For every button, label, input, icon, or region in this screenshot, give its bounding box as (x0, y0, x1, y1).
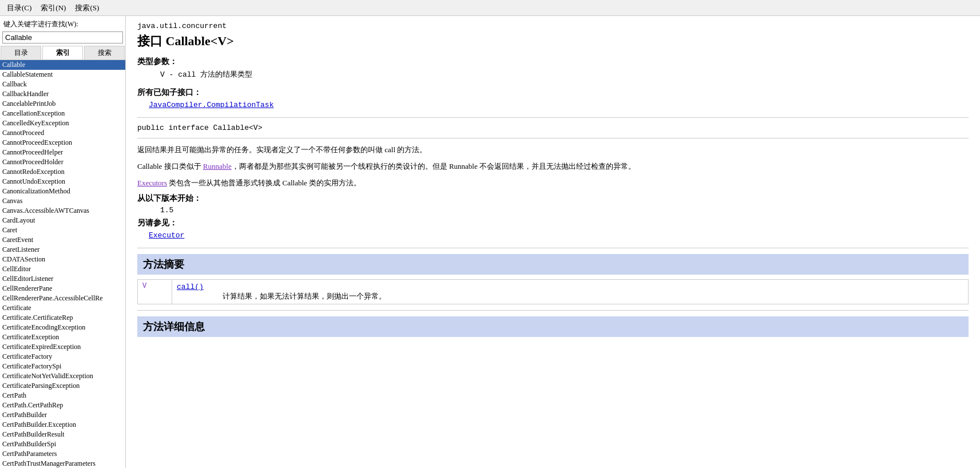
list-item[interactable]: CertificateNotYetValidException (0, 371, 125, 381)
type-params-label: 类型参数： (137, 57, 969, 67)
list-item[interactable]: CertPathBuilderSpi (0, 439, 125, 449)
list-item[interactable]: CertificateFactorySpi (0, 362, 125, 371)
method-detail-heading: 方法详细信息 (137, 316, 969, 337)
menu-index[interactable]: 索引(N) (36, 2, 70, 14)
list-item[interactable]: CertPathBuilder.Exception (0, 420, 125, 430)
menu-bar: 目录(C) 索引(N) 搜索(S) (0, 0, 980, 16)
desc2-suffix: ，两者都是为那些其实例可能被另一个线程执行的类设计的。但是 Runnable 不… (232, 162, 636, 170)
subinterfaces-label: 所有已知子接口： (137, 88, 969, 98)
list-item[interactable]: CancelledKeyException (0, 118, 125, 128)
method-sig-link[interactable]: call() (177, 283, 204, 291)
list-item[interactable]: CertPathTrustManagerParameters (0, 459, 125, 468)
since-label: 从以下版本开始： (137, 193, 969, 204)
list-item[interactable]: CannotProceedException (0, 138, 125, 148)
tab-search[interactable]: 搜索 (84, 46, 125, 60)
runnable-link[interactable]: Runnable (203, 162, 232, 170)
method-desc: 计算结果，如果无法计算结果，则抛出一个异常。 (223, 292, 386, 300)
subinterfaces-section: 所有已知子接口： JavaCompiler.CompilationTask (137, 88, 969, 109)
type-params-section: 类型参数： V - call 方法的结果类型 (137, 57, 969, 80)
list-item[interactable]: CellRendererPane.AccessibleCellRe (0, 294, 125, 303)
list-item[interactable]: CaretEvent (0, 235, 125, 245)
list-item[interactable]: CannotUndoException (0, 177, 125, 187)
sidebar-search-input[interactable] (2, 31, 123, 43)
method-summary-heading: 方法摘要 (137, 254, 969, 275)
sidebar-tabs: 目录 索引 搜索 (0, 46, 125, 60)
sidebar-search-label: 键入关键字进行查找(W): (0, 16, 125, 30)
divider-4 (137, 310, 969, 311)
list-item[interactable]: CancellationException (0, 109, 125, 118)
list-item[interactable]: CertPathBuilder (0, 410, 125, 420)
desc2-prefix: Callable 接口类似于 (137, 162, 203, 170)
list-item[interactable]: CardLayout (0, 216, 125, 225)
sidebar: 键入关键字进行查找(W): 目录 索引 搜索 CallableCallableS… (0, 16, 126, 468)
list-item[interactable]: CertificateException (0, 332, 125, 342)
see-section: 另请参见： Executor (137, 218, 969, 240)
list-item[interactable]: CannotProceed (0, 128, 125, 138)
executors-link[interactable]: Executors (137, 179, 167, 187)
list-item[interactable]: Caret (0, 225, 125, 235)
tab-contents[interactable]: 目录 (1, 46, 41, 60)
divider-3 (137, 248, 969, 248)
list-item[interactable]: CertificateEncodingException (0, 323, 125, 332)
list-item[interactable]: CannotProceedHelper (0, 148, 125, 157)
list-item[interactable]: Certificate (0, 303, 125, 313)
list-item[interactable]: CellEditorListener (0, 274, 125, 284)
desc3-suffix: 类包含一些从其他普通形式转换成 Callable 类的实用方法。 (167, 179, 361, 187)
method-summary-table: V call() 计算结果，如果无法计算结果，则抛出一个异常。 (137, 279, 969, 304)
list-item[interactable]: CertificateFactory (0, 352, 125, 362)
menu-contents[interactable]: 目录(C) (2, 2, 36, 14)
list-item[interactable]: CanonicalizationMethod (0, 187, 125, 196)
list-item[interactable]: Callable (0, 60, 125, 70)
divider-1 (137, 117, 969, 118)
list-item[interactable]: Canvas.AccessibleAWTCanvas (0, 206, 125, 216)
list-item[interactable]: CertPath (0, 391, 125, 400)
description-1: 返回结果并且可能抛出异常的任务。实现者定义了一个不带任何参数的叫做 call 的… (137, 144, 969, 156)
list-item[interactable]: CertificateParsingException (0, 381, 125, 391)
list-item[interactable]: Certificate.CertificateRep (0, 313, 125, 323)
list-item[interactable]: Callback (0, 80, 125, 89)
content-area: java.util.concurrent 接口 Callable<V> 类型参数… (126, 16, 980, 468)
list-item[interactable]: CallbackHandler (0, 89, 125, 99)
method-sig-cell: call() 计算结果，如果无法计算结果，则抛出一个异常。 (172, 280, 969, 304)
main-layout: 键入关键字进行查找(W): 目录 索引 搜索 CallableCallableS… (0, 16, 980, 468)
list-item[interactable]: CertPathBuilderResult (0, 430, 125, 439)
tab-index[interactable]: 索引 (42, 46, 83, 60)
package-name: java.util.concurrent (137, 22, 969, 30)
list-item[interactable]: CallableStatement (0, 70, 125, 80)
subinterface-link[interactable]: JavaCompiler.CompilationTask (149, 101, 273, 109)
sidebar-list: CallableCallableStatementCallbackCallbac… (0, 60, 125, 468)
executor-link[interactable]: Executor (149, 231, 184, 240)
list-item[interactable]: CellRendererPane (0, 284, 125, 294)
since-section: 从以下版本开始： 1.5 (137, 193, 969, 215)
list-item[interactable]: CertPathParameters (0, 449, 125, 459)
description-3: Executors 类包含一些从其他普通形式转换成 Callable 类的实用方… (137, 177, 969, 189)
list-item[interactable]: CDATASection (0, 255, 125, 264)
method-return-type: V (138, 280, 172, 304)
divider-2 (137, 138, 969, 138)
sidebar-list-container[interactable]: CallableCallableStatementCallbackCallbac… (0, 60, 125, 468)
interface-declaration: public interface Callable<V> (137, 124, 969, 132)
list-item[interactable]: CellEditor (0, 264, 125, 274)
menu-search[interactable]: 搜索(S) (70, 2, 104, 14)
description-2: Callable 接口类似于 Runnable，两者都是为那些其实例可能被另一个… (137, 161, 969, 173)
see-label: 另请参见： (137, 218, 969, 228)
list-item[interactable]: CaretListener (0, 245, 125, 255)
list-item[interactable]: CertificateExpiredException (0, 342, 125, 352)
list-item[interactable]: CannotProceedHolder (0, 157, 125, 167)
table-row: V call() 计算结果，如果无法计算结果，则抛出一个异常。 (138, 280, 969, 304)
type-params-value: V - call 方法的结果类型 (160, 69, 969, 80)
class-title: 接口 Callable<V> (137, 33, 969, 50)
since-value: 1.5 (160, 206, 969, 215)
list-item[interactable]: CancelablePrintJob (0, 99, 125, 109)
list-item[interactable]: CertPath.CertPathRep (0, 400, 125, 410)
list-item[interactable]: CannotRedoException (0, 167, 125, 177)
list-item[interactable]: Canvas (0, 196, 125, 206)
